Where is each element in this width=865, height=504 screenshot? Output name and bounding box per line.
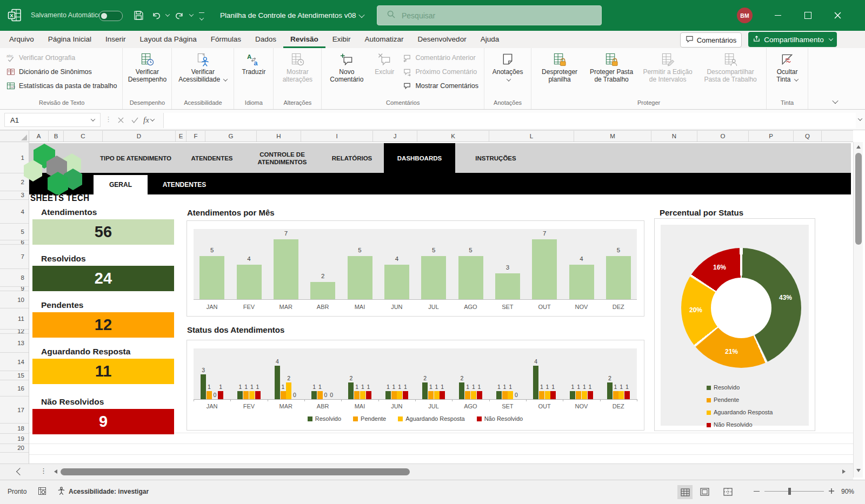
row-header-5[interactable]: 5 <box>0 224 29 240</box>
ribbon-button-dicionario-de-sinonimos[interactable]: Dicionário de Sinônimos <box>4 65 119 79</box>
dashboard-tab-dashboards[interactable]: DASHBOARDS <box>384 143 455 173</box>
dashboard-subtab-geral[interactable]: GERAL <box>94 175 148 194</box>
undo-dropdown[interactable] <box>165 12 170 16</box>
maximize-button[interactable] <box>795 0 820 31</box>
column-header-O[interactable]: O <box>697 131 749 142</box>
row-header-3[interactable]: 3 <box>0 191 29 200</box>
menu-tab-revisao[interactable]: Revisão <box>283 31 325 48</box>
ribbon-button-ocultar-tinta[interactable]: Ocultar Tinta <box>769 50 805 97</box>
ribbon-button-mostrar-comentarios[interactable]: Mostrar Comentários <box>400 79 481 93</box>
row-header-9[interactable]: 9 <box>0 287 29 291</box>
menu-tab-automatizar[interactable]: Automatizar <box>358 31 411 48</box>
collapse-ribbon-button[interactable] <box>829 96 837 106</box>
ribbon-button-estatisticas-da-pasta-de-trabalho[interactable]: 123Estatísticas da pasta de trabalho <box>4 79 119 93</box>
row-header-16[interactable]: 16 <box>0 380 29 397</box>
column-header-L[interactable]: L <box>489 131 574 142</box>
select-all-corner[interactable] <box>0 131 29 142</box>
macro-record-icon[interactable] <box>38 487 46 497</box>
view-normal-button[interactable] <box>677 485 693 499</box>
dashboard-tab-controle-de-atendimentos[interactable]: CONTROLE DE ATENDIMENTOS <box>244 143 320 173</box>
zoom-level[interactable]: 90% <box>841 488 854 495</box>
view-page-layout-button[interactable] <box>700 488 709 498</box>
dashboard-tab-tipo-de-atendimento[interactable]: TIPO DE ATENDIMENTO <box>92 143 179 173</box>
row-header-18[interactable]: 18 <box>0 424 29 434</box>
menu-tab-ajuda[interactable]: Ajuda <box>474 31 507 48</box>
column-header-B[interactable]: B <box>49 131 64 142</box>
scroll-down-arrow[interactable] <box>856 469 861 472</box>
menu-tab-formulas[interactable]: Fórmulas <box>204 31 248 48</box>
dashboard-tab-instrucoes[interactable]: INSTRUÇÕES <box>455 143 536 173</box>
menu-tab-arquivo[interactable]: Arquivo <box>2 31 41 48</box>
cancel-entry-icon[interactable] <box>115 113 127 127</box>
column-header-M[interactable]: M <box>574 131 651 142</box>
ribbon-button-traduzir[interactable]: AaTraduzir <box>237 50 270 97</box>
undo-button[interactable] <box>151 10 162 23</box>
sheet-list-menu[interactable]: ⋮ <box>40 467 47 475</box>
share-button[interactable]: Compartilhamento <box>748 32 837 47</box>
scroll-up-arrow[interactable] <box>856 145 861 149</box>
column-header-Q[interactable]: Q <box>794 131 822 142</box>
autosave-toggle[interactable] <box>99 11 123 21</box>
name-box[interactable]: A1 <box>4 113 101 127</box>
menu-tab-inserir[interactable]: Inserir <box>98 31 133 48</box>
ribbon-button-verificar-desempenho[interactable]: Verificar Desempenho <box>125 50 169 97</box>
sheet-prev-arrow[interactable] <box>16 468 24 475</box>
account-avatar[interactable]: BM <box>737 8 753 23</box>
column-header-A[interactable]: A <box>29 131 49 142</box>
dashboard-tab-relatorios[interactable]: RELATÓRIOS <box>320 143 384 173</box>
column-header-E[interactable]: E <box>176 131 187 142</box>
zoom-out-button[interactable] <box>754 491 760 492</box>
menu-tab-pagina-inicial[interactable]: Página Inicial <box>41 31 98 48</box>
menu-tab-desenvolvedor[interactable]: Desenvolvedor <box>411 31 474 48</box>
row-header-15[interactable]: 15 <box>0 371 29 380</box>
row-header-14[interactable]: 14 <box>0 353 29 371</box>
view-page-break-button[interactable] <box>723 488 733 498</box>
excel-app-icon[interactable]: X <box>8 8 22 25</box>
column-header-F[interactable]: F <box>187 131 205 142</box>
row-header-20[interactable]: 20 <box>0 444 29 453</box>
ribbon-button-anotacoes[interactable]: Anotações <box>487 50 528 97</box>
zoom-in-button[interactable] <box>828 488 835 496</box>
menu-tab-layout-da-pagina[interactable]: Layout da Página <box>133 31 204 48</box>
accessibility-status[interactable]: Acessibilidade: investigar <box>69 488 149 495</box>
minimize-button[interactable] <box>766 0 790 31</box>
dashboard-tab-atendentes[interactable]: ATENDENTES <box>179 143 244 173</box>
vertical-scrollbar[interactable] <box>853 142 863 478</box>
zoom-slider-thumb[interactable] <box>788 488 791 495</box>
row-header-11[interactable]: 11 <box>0 308 29 330</box>
confirm-entry-icon[interactable] <box>129 113 141 127</box>
zoom-slider-track[interactable] <box>764 491 824 492</box>
column-header-N[interactable]: N <box>651 131 697 142</box>
ribbon-button-proteger-pasta-de-trabalho[interactable]: Proteger Pasta de Trabalho <box>585 50 638 97</box>
quick-access-toolbar-menu[interactable] <box>199 12 204 23</box>
close-button[interactable] <box>825 0 850 31</box>
ribbon-button-novo-comentario[interactable]: Novo Comentário <box>324 50 369 97</box>
column-header-C[interactable]: C <box>64 131 103 142</box>
insert-function-icon[interactable]: fx <box>143 113 155 127</box>
menu-tab-exibir[interactable]: Exibir <box>325 31 358 48</box>
row-header-7[interactable]: 7 <box>0 245 29 269</box>
column-header-D[interactable]: D <box>103 131 176 142</box>
comments-button[interactable]: Comentários <box>680 32 742 48</box>
ribbon-button-verificar-acessibilidade[interactable]: Verificar Acessibilidade <box>175 50 231 97</box>
accessibility-icon[interactable] <box>57 487 65 497</box>
row-header-4[interactable]: 4 <box>0 200 29 224</box>
ribbon-button-desproteger-planilha[interactable]: Desproteger planilha <box>534 50 585 97</box>
row-header-17[interactable]: 17 <box>0 397 29 424</box>
document-title[interactable]: Planilha de Controle de Atendimentos v08 <box>220 0 364 31</box>
menu-tab-dados[interactable]: Dados <box>248 31 283 48</box>
column-header-K[interactable]: K <box>417 131 489 142</box>
column-header-G[interactable]: G <box>205 131 257 142</box>
save-button[interactable] <box>134 10 144 23</box>
hscroll-right-arrow[interactable] <box>842 469 846 474</box>
redo-button[interactable] <box>174 10 184 23</box>
column-header-P[interactable]: P <box>749 131 794 142</box>
row-header-8[interactable]: 8 <box>0 269 29 287</box>
search-input[interactable] <box>401 11 587 21</box>
formula-input[interactable] <box>163 113 856 128</box>
hscroll-left-arrow[interactable] <box>54 469 57 474</box>
column-header-I[interactable]: I <box>301 131 373 142</box>
expand-formula-bar[interactable] <box>858 116 862 120</box>
search-box[interactable] <box>377 5 602 25</box>
row-header-10[interactable]: 10 <box>0 291 29 308</box>
